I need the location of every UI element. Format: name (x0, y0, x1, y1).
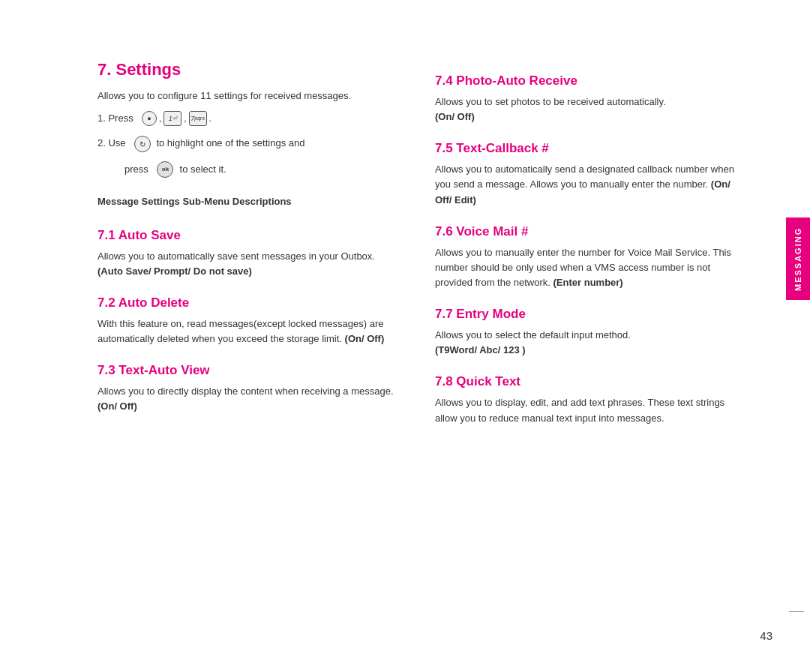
section-7-3-body: Allows you to directly display the conte… (98, 384, 398, 414)
sub-heading: Message Settings Sub-Menu Descriptions (98, 196, 398, 207)
main-title: 7. Settings (98, 60, 398, 80)
section-7-1-title: 7.1 Auto Save (98, 228, 398, 243)
section-7-5-title: 7.5 Text-Callback # (435, 141, 735, 156)
sidebar-label: MESSAGING (786, 218, 810, 300)
ok-icon: ok (157, 161, 173, 178)
section-7-6-body: Allows you to manually enter the number … (435, 245, 735, 290)
intro-text: Allows you to configure 11 settings for … (98, 88, 398, 104)
sidebar-divider (789, 611, 804, 613)
nav-icon: ↻ (134, 136, 151, 152)
section-7-6-title: 7.6 Voice Mail # (435, 224, 735, 239)
section-7-4-body: Allows you to set photos to be received … (435, 94, 735, 124)
section-7-5-body: Allows you to automatically send a desig… (435, 162, 735, 207)
page-container: 7. Settings Allows you to configure 11 s… (0, 0, 810, 672)
press-line: 1. Press ● , 1⏎ , 7pqrs . (98, 111, 398, 134)
page-number: 43 (760, 629, 772, 642)
key-1abc-icon: 1⏎ (164, 111, 182, 126)
section-7-7-body: Allows you to select the default input m… (435, 328, 735, 358)
section-7-1-body: Allows you to automatically save sent me… (98, 249, 398, 279)
key-7pqrs-icon: 7pqrs (189, 111, 207, 126)
section-7-2-body: With this feature on, read messages(exce… (98, 316, 398, 346)
use-line-2: press ok to select it. (98, 161, 398, 178)
section-7-2-title: 7.2 Auto Delete (98, 296, 398, 310)
press-label: 1. Press (98, 111, 139, 126)
use-text: to highlight one of the settings and (154, 136, 305, 151)
use-line: 2. Use ↻ to highlight one of the setting… (98, 136, 398, 158)
sidebar: MESSAGING (780, 0, 810, 672)
section-7-3-title: 7.3 Text-Auto View (98, 363, 398, 378)
use-label: 2. Use (98, 136, 131, 151)
section-7-7-title: 7.7 Entry Mode (435, 307, 735, 322)
content-area: 7. Settings Allows you to configure 11 s… (0, 0, 780, 672)
menu-icon: ● (142, 111, 157, 126)
left-column: 7. Settings Allows you to configure 11 s… (98, 60, 398, 429)
section-7-8-body: Allows you to display, edit, and add tex… (435, 395, 735, 425)
press-text3: to select it. (177, 164, 226, 175)
right-column: 7.4 Photo-Auto Receive Allows you to set… (435, 60, 735, 429)
section-7-4-title: 7.4 Photo-Auto Receive (435, 74, 735, 88)
press-label2: press (124, 164, 154, 175)
section-7-8-title: 7.8 Quick Text (435, 374, 735, 389)
press-icons: ● , 1⏎ , 7pqrs . (142, 111, 212, 126)
